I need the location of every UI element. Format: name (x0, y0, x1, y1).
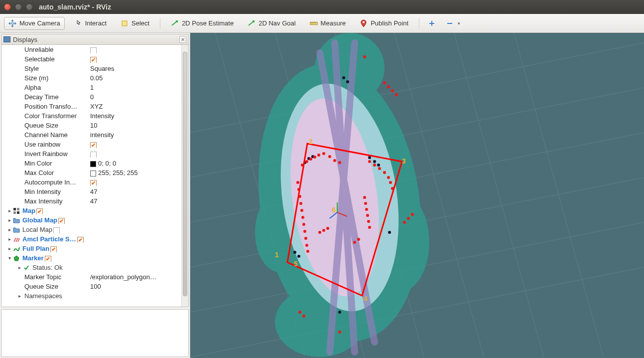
add-tool-button[interactable] (425, 17, 438, 30)
nav-goal-button[interactable]: 2D Nav Goal (243, 17, 300, 30)
displays-tree[interactable]: Unreliable✔ Selectable✔ StyleSquares Siz… (1, 45, 189, 307)
select-button[interactable]: Select (116, 17, 154, 30)
checkbox-local-map[interactable]: ✔ (53, 227, 60, 233)
prop-size-value[interactable]: 0.05 (89, 74, 188, 82)
prop-style[interactable]: Style (1, 65, 89, 72)
prop-size[interactable]: Size (m) (1, 74, 89, 82)
svg-point-64 (368, 226, 371, 229)
svg-point-85 (387, 85, 390, 88)
prop-color-transform-value[interactable]: Intensity (89, 112, 188, 120)
maximize-window-button[interactable] (26, 3, 33, 10)
prop-decay-value[interactable]: 0 (89, 93, 188, 101)
svg-point-75 (304, 237, 307, 240)
expand-icon[interactable]: ▸ (6, 236, 12, 242)
prop-alpha-value[interactable]: 1 (89, 84, 188, 91)
prop-color-transform[interactable]: Color Transformer (1, 112, 89, 120)
prop-min-color[interactable]: Min Color (1, 160, 89, 167)
checkbox-unreliable[interactable]: ✔ (90, 47, 97, 53)
prop-autocompute[interactable]: Autocompute In… (1, 179, 89, 186)
publish-point-button[interactable]: Publish Point (355, 17, 413, 30)
swatch-max-color (90, 171, 96, 177)
checkbox-use-rainbow[interactable]: ✔ (90, 142, 97, 148)
svg-point-45 (309, 158, 312, 161)
svg-point-53 (373, 164, 376, 167)
prop-marker-queue[interactable]: Queue Size (1, 283, 89, 290)
prop-max-color[interactable]: Max Color (1, 169, 89, 177)
svg-point-52 (368, 160, 371, 163)
tree-item-amcl[interactable]: ▸Amcl Particle S…✔ (1, 234, 188, 244)
tree-item-local-map[interactable]: ▸Local Map✔ (1, 225, 188, 234)
svg-line-19 (454, 33, 544, 358)
scrollbar-thumb[interactable] (183, 52, 187, 296)
expand-icon[interactable]: ▸ (6, 208, 12, 213)
prop-pos-transform[interactable]: Position Transfo… (1, 103, 89, 110)
pose-estimate-button[interactable]: 2D Pose Estimate (166, 17, 238, 30)
prop-alpha[interactable]: Alpha (1, 84, 89, 91)
prop-invert-rainbow[interactable]: Invert Rainbow (1, 150, 89, 158)
prop-decay[interactable]: Decay Time (1, 93, 89, 101)
svg-point-0 (11, 22, 13, 24)
svg-point-39 (388, 231, 391, 234)
checkbox-invert-rainbow[interactable]: ✔ (90, 152, 97, 158)
expand-icon[interactable]: ▸ (6, 246, 12, 251)
svg-point-70 (299, 202, 302, 205)
prop-selectable[interactable]: Selectable (1, 55, 89, 63)
prop-min-color-value[interactable]: 0; 0; 0 (98, 160, 116, 167)
expand-icon[interactable]: ▸ (6, 227, 12, 232)
svg-point-54 (378, 167, 381, 170)
svg-point-86 (391, 89, 394, 92)
rviz-3d-viewport[interactable]: 1 2 3 4 5 6 (190, 33, 644, 358)
tree-item-marker[interactable]: ▾Marker✔ (1, 253, 188, 263)
prop-queue-value[interactable]: 10 (89, 122, 188, 129)
prop-channel-value[interactable]: intensity (89, 131, 188, 139)
prop-max-intensity[interactable]: Max Intensity (1, 197, 89, 205)
svg-point-42 (338, 311, 341, 314)
svg-point-57 (389, 181, 392, 184)
minimize-window-button[interactable] (15, 3, 22, 10)
close-window-button[interactable] (4, 3, 11, 10)
prop-queue[interactable]: Queue Size (1, 122, 89, 129)
folder-icon (12, 226, 20, 233)
checkbox-map[interactable]: ✔ (36, 208, 43, 214)
checkbox-global-map[interactable]: ✔ (58, 218, 65, 224)
prop-min-intensity[interactable]: Min Intensity (1, 188, 89, 195)
panel-close-button[interactable]: ✕ (179, 36, 186, 43)
prop-marker-topic[interactable]: Marker Topic (1, 273, 89, 281)
prop-min-intensity-value[interactable]: 47 (89, 188, 188, 195)
interact-button[interactable]: Interact (70, 17, 111, 30)
prop-style-value[interactable]: Squares (89, 65, 188, 72)
svg-point-59 (363, 196, 366, 199)
titlebar: auto_slam.rviz* - RViz (0, 0, 644, 14)
checkbox-selectable[interactable]: ✔ (90, 57, 97, 63)
checkbox-full-plan[interactable]: ✔ (50, 246, 57, 252)
collapse-icon[interactable]: ▾ (6, 255, 12, 261)
tree-item-map[interactable]: ▸Map✔ (1, 206, 188, 215)
expand-icon[interactable]: ▸ (6, 217, 12, 223)
svg-marker-8 (14, 256, 19, 261)
interact-icon (74, 19, 82, 27)
move-camera-icon (8, 19, 16, 27)
tree-item-global-map[interactable]: ▸Global Map✔ (1, 215, 188, 225)
move-camera-button[interactable]: Move Camera (4, 17, 65, 30)
checkbox-autocompute[interactable]: ✔ (90, 180, 97, 186)
prop-pos-transform-value[interactable]: XYZ (89, 103, 188, 110)
prop-max-color-value[interactable]: 255; 255; 255 (98, 169, 138, 177)
remove-tool-button[interactable]: ▾ (443, 17, 463, 30)
expand-icon[interactable]: ▸ (16, 293, 22, 299)
props-scrollbar[interactable] (181, 45, 188, 307)
tree-item-full-plan[interactable]: ▸Full Plan✔ (1, 244, 188, 253)
toolbar-separator (419, 18, 419, 29)
expand-icon[interactable]: ▸ (16, 265, 22, 270)
prop-marker-topic-value[interactable]: /exploration_polygon… (89, 273, 188, 281)
checkbox-marker[interactable]: ✔ (45, 256, 51, 262)
checkbox-amcl[interactable]: ✔ (77, 237, 84, 243)
prop-max-intensity-value[interactable]: 47 (89, 197, 188, 205)
displays-panel-header[interactable]: Displays ✕ (1, 34, 189, 45)
prop-channel[interactable]: Channel Name (1, 131, 89, 139)
prop-marker-queue-value[interactable]: 100 (89, 283, 188, 290)
tree-item-namespaces[interactable]: ▸Namespaces (1, 291, 188, 301)
prop-unreliable[interactable]: Unreliable (1, 46, 89, 53)
prop-use-rainbow[interactable]: Use rainbow (1, 141, 89, 148)
tree-item-status[interactable]: ▸Status: Ok (1, 263, 188, 272)
measure-button[interactable]: Measure (305, 17, 351, 30)
